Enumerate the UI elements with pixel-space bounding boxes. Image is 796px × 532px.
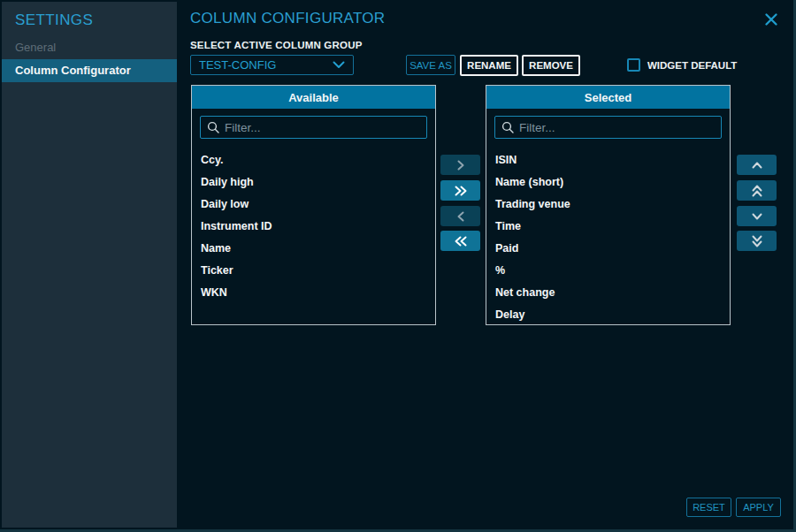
settings-sidebar: SETTINGS General Column Configurator [2, 2, 177, 528]
available-list-item[interactable]: Daily low [192, 194, 435, 216]
reset-button[interactable]: RESET [686, 498, 731, 517]
column-group-dropdown[interactable]: TEST-CONFIG [190, 55, 354, 75]
selected-list-item[interactable]: Name (short) [486, 171, 730, 194]
widget-default-checkbox[interactable] [627, 58, 640, 72]
selected-list-item[interactable]: % [486, 260, 730, 282]
sidebar-items: General Column Configurator [2, 36, 177, 82]
chevron-right-icon [457, 160, 464, 171]
selected-list-item[interactable]: Time [486, 216, 730, 238]
move-left-button[interactable] [440, 206, 480, 226]
available-list-item[interactable]: Instrument ID [192, 216, 435, 238]
widget-default-label: WIDGET DEFAULT [647, 60, 737, 71]
available-filter-input[interactable]: Filter... [200, 116, 427, 139]
available-filter-placeholder: Filter... [225, 121, 261, 134]
save-as-button[interactable]: SAVE AS [406, 55, 455, 75]
selected-panel-header: Selected [486, 86, 730, 109]
selected-list-item[interactable]: Delay [486, 304, 730, 326]
selected-list-item[interactable]: Trading venue [486, 194, 730, 216]
selected-filter-input[interactable]: Filter... [494, 116, 722, 139]
available-list-item[interactable]: Ticker [192, 260, 435, 282]
selected-list-item[interactable]: Net change [486, 282, 730, 304]
column-group-dropdown-value: TEST-CONFIG [199, 58, 276, 72]
selected-filter-placeholder: Filter... [519, 121, 555, 134]
move-all-right-button[interactable] [440, 180, 480, 201]
selected-panel: Selected Filter... ISINName (short)Tradi… [486, 85, 731, 325]
apply-button[interactable]: APPLY [736, 498, 781, 517]
rename-button[interactable]: RENAME [460, 55, 518, 76]
widget-default-toggle[interactable]: WIDGET DEFAULT [627, 58, 737, 72]
settings-title: SETTINGS [2, 2, 177, 29]
move-down-button[interactable] [737, 206, 777, 226]
move-bottom-button[interactable] [737, 231, 777, 251]
move-right-button[interactable] [440, 155, 480, 175]
move-top-button[interactable] [737, 180, 777, 201]
chevron-down-icon [752, 213, 762, 220]
double-chevron-right-icon [455, 186, 467, 196]
available-panel: Available Filter... Ccy.Daily highDaily … [191, 85, 436, 325]
chevron-down-icon [333, 61, 345, 69]
select-active-column-group-label: SELECT ACTIVE COLUMN GROUP [190, 40, 363, 50]
available-list: Ccy.Daily highDaily lowInstrument IDName… [192, 149, 435, 304]
selected-list: ISINName (short)Trading venueTimePaid%Ne… [486, 149, 730, 326]
chevron-up-icon [752, 162, 762, 169]
search-icon [501, 121, 514, 133]
page-title: COLUMN CONFIGURATOR [190, 10, 385, 27]
move-all-left-button[interactable] [440, 231, 480, 251]
selected-list-item[interactable]: Paid [486, 238, 730, 260]
move-up-button[interactable] [737, 155, 777, 175]
column-configurator-page: COLUMN CONFIGURATOR SELECT ACTIVE COLUMN… [177, 0, 796, 532]
available-list-item[interactable]: Ccy. [192, 149, 435, 171]
available-panel-header: Available [192, 86, 435, 109]
sidebar-item-column-configurator[interactable]: Column Configurator [2, 59, 177, 82]
selected-list-item[interactable]: ISIN [486, 149, 730, 171]
double-chevron-left-icon [455, 236, 467, 247]
close-icon[interactable] [764, 12, 778, 27]
available-list-item[interactable]: Daily high [192, 171, 435, 194]
double-chevron-up-icon [752, 185, 762, 197]
available-list-item[interactable]: WKN [192, 282, 435, 304]
search-icon [207, 121, 219, 133]
double-chevron-down-icon [752, 235, 762, 247]
available-list-item[interactable]: Name [192, 238, 435, 260]
chevron-left-icon [457, 211, 464, 222]
remove-button[interactable]: REMOVE [522, 55, 580, 76]
sidebar-item-general[interactable]: General [2, 36, 177, 59]
